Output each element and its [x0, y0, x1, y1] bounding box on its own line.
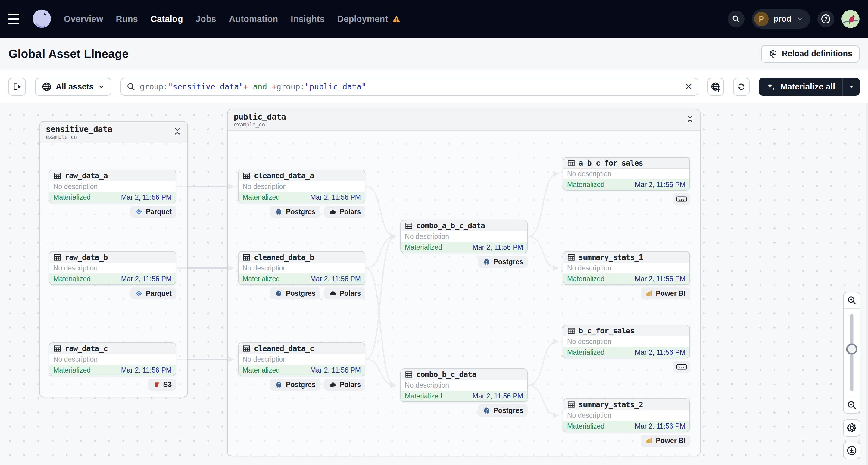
nav-item-deployment[interactable]: Deployment	[337, 14, 401, 24]
postgres-icon	[483, 258, 491, 266]
asset-node-combo_b_c_data[interactable]: combo_b_c_data No description Materializ…	[400, 368, 528, 402]
asset-node-raw_data_b[interactable]: raw_data_b No description Materialized M…	[49, 251, 176, 285]
nav-item-catalog[interactable]: Catalog	[151, 14, 183, 24]
nav-item-insights[interactable]: Insights	[291, 14, 325, 24]
materialize-all-button[interactable]: Materialize all	[759, 78, 842, 96]
open-panel-button[interactable]	[8, 78, 26, 96]
dagster-logo[interactable]	[30, 7, 54, 31]
asset-description: No description	[239, 354, 365, 365]
search-button[interactable]	[727, 10, 745, 27]
materialized-timestamp[interactable]: Mar 2, 11:56 PM	[310, 275, 361, 283]
asset-status-row: Materialized Mar 2, 11:56 PM	[401, 242, 527, 253]
clear-query-button[interactable]: ✕	[685, 82, 692, 91]
kind-badge-label: Postgres	[286, 289, 315, 298]
materialized-timestamp[interactable]: Mar 2, 11:56 PM	[635, 348, 685, 356]
hamburger-menu-button[interactable]	[8, 10, 27, 28]
asset-status-row: Materialized Mar 2, 11:56 PM	[50, 365, 176, 376]
asset-kind-badges: PostgresPolars	[238, 287, 365, 299]
collapse-group-icon[interactable]	[686, 115, 694, 124]
asset-node-cleaned_data_a[interactable]: cleaned_data_a No description Materializ…	[238, 169, 365, 203]
asset-node-raw_data_c[interactable]: raw_data_c No description Materialized M…	[49, 342, 176, 376]
materialized-timestamp[interactable]: Mar 2, 11:56 PM	[310, 366, 361, 374]
query-token: +	[272, 82, 277, 91]
asset-node-b_c_for_sales[interactable]: b_c_for_sales No description Materialize…	[563, 324, 690, 359]
asset-node-header: raw_data_b	[50, 252, 176, 263]
asset-node-raw_data_a[interactable]: raw_data_a No description Materialized M…	[49, 169, 176, 203]
materialized-timestamp[interactable]: Mar 2, 11:56 PM	[121, 193, 172, 202]
lineage-query-input[interactable]: group:"sensitive_data"+ and +group:"publ…	[121, 78, 699, 96]
kind-badge-label: Parquet	[146, 208, 172, 216]
nav-item-label: Deployment	[337, 14, 388, 24]
asset-kind-badges: Postgres	[400, 404, 528, 416]
asset-node-a_b_c_for_sales[interactable]: a_b_c_for_sales No description Materiali…	[563, 157, 690, 191]
add-scope-button[interactable]	[708, 78, 724, 96]
help-icon: ?	[820, 13, 831, 24]
materialized-timestamp[interactable]: Mar 2, 11:56 PM	[635, 422, 685, 430]
kind-badge-postgres: Postgres	[270, 206, 320, 218]
asset-node-summary_stats_1[interactable]: summary_stats_1 No description Materiali…	[563, 251, 690, 285]
scrollbar-gutter[interactable]	[866, 103, 868, 465]
panel-toggle-icon	[12, 82, 22, 92]
nav-item-runs[interactable]: Runs	[116, 14, 138, 24]
zoom-slider-thumb[interactable]	[846, 344, 858, 355]
materialized-timestamp[interactable]: Mar 2, 11:56 PM	[472, 392, 523, 400]
table-icon	[243, 344, 251, 353]
group-header[interactable]: public_data example_co	[228, 109, 700, 131]
asset-name: b_c_for_sales	[579, 327, 634, 335]
asset-status-row: Materialized Mar 2, 11:56 PM	[401, 391, 527, 401]
asset-lineage-canvas[interactable]: sensitive_data example_co public_data ex…	[0, 103, 868, 465]
polars-icon	[329, 208, 337, 216]
materialized-timestamp[interactable]: Mar 2, 11:56 PM	[635, 181, 685, 189]
nav-right: P prod ?	[727, 9, 860, 29]
asset-kind-badges: Parquet	[49, 206, 176, 218]
materialized-timestamp[interactable]: Mar 2, 11:56 PM	[121, 366, 172, 374]
group-name: sensitive_data	[46, 124, 112, 134]
page-title: Global Asset Lineage	[8, 47, 129, 61]
materialized-timestamp[interactable]: Mar 2, 11:56 PM	[121, 275, 172, 283]
zoom-out-icon	[847, 400, 857, 410]
asset-node-combo_a_b_c_data[interactable]: combo_a_b_c_data No description Material…	[400, 220, 528, 253]
user-avatar[interactable]	[841, 10, 860, 28]
asset-node-cleaned_data_b[interactable]: cleaned_data_b No description Materializ…	[238, 251, 365, 285]
csv-icon: csv	[676, 195, 687, 203]
reload-definitions-button[interactable]: Reload definitions	[761, 45, 860, 63]
nav-item-label: Overview	[64, 14, 103, 24]
materialized-timestamp[interactable]: Mar 2, 11:56 PM	[310, 193, 361, 202]
nav-item-overview[interactable]: Overview	[64, 14, 103, 24]
asset-node-summary_stats_2[interactable]: summary_stats_2 No description Materiali…	[563, 398, 690, 432]
gear-icon	[846, 423, 857, 433]
zoom-in-button[interactable]	[844, 292, 860, 309]
kind-badge-postgres: Postgres	[270, 287, 320, 299]
zoom-out-button[interactable]	[844, 397, 860, 413]
asset-node-header: combo_a_b_c_data	[401, 220, 527, 231]
group-header[interactable]: sensitive_data example_co	[40, 122, 187, 143]
table-icon	[567, 401, 575, 409]
materialized-timestamp[interactable]: Mar 2, 11:56 PM	[635, 275, 685, 283]
asset-description: No description	[50, 263, 176, 274]
collapse-group-icon[interactable]	[174, 127, 181, 136]
zoom-slider[interactable]	[844, 309, 860, 397]
download-image-button[interactable]	[843, 442, 861, 459]
asset-scope-dropdown[interactable]: All assets	[35, 78, 112, 96]
help-button[interactable]: ?	[817, 10, 834, 27]
asset-node-header: cleaned_data_a	[239, 170, 365, 181]
asset-name: combo_a_b_c_data	[416, 221, 485, 230]
asset-description: No description	[563, 169, 689, 179]
kind-badge-label: Postgres	[494, 258, 523, 266]
nav-item-jobs[interactable]: Jobs	[196, 14, 217, 24]
environment-switcher[interactable]: P prod	[752, 9, 810, 29]
materialize-options-button[interactable]	[842, 78, 860, 96]
graph-settings-button[interactable]	[843, 419, 861, 437]
materialize-split-button: Materialize all	[759, 78, 860, 96]
asset-kind-badges: PostgresPolars	[238, 378, 365, 391]
nav-item-automation[interactable]: Automation	[229, 14, 278, 24]
asset-node-cleaned_data_c[interactable]: cleaned_data_c No description Materializ…	[238, 342, 365, 376]
asset-description: No description	[50, 181, 176, 192]
polars-icon	[329, 381, 337, 389]
table-icon	[567, 159, 575, 167]
query-token: "sensitive_data"	[168, 82, 243, 91]
materialized-timestamp[interactable]: Mar 2, 11:56 PM	[472, 243, 523, 251]
refresh-button[interactable]	[733, 78, 750, 96]
kind-badge-postgres: Postgres	[270, 378, 320, 391]
asset-node-header: b_c_for_sales	[563, 325, 689, 336]
